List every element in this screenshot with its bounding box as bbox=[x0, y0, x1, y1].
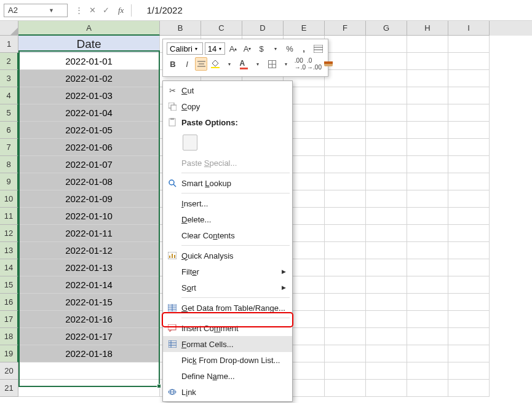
border-icon[interactable] bbox=[266, 57, 278, 71]
col-header-F[interactable]: F bbox=[325, 21, 366, 36]
menu-clear-contents[interactable]: Clear Contents bbox=[163, 227, 292, 243]
row-header[interactable]: 5 bbox=[0, 104, 18, 122]
cell[interactable]: 2022-01-18 bbox=[18, 345, 160, 362]
menu-pick-list[interactable]: Pick From Drop-down List... bbox=[163, 352, 292, 368]
col-header-C[interactable]: C bbox=[201, 21, 242, 36]
cell[interactable]: 2022-01-11 bbox=[18, 225, 160, 242]
cell[interactable]: 2022-01-05 bbox=[18, 122, 160, 139]
cell[interactable]: 2022-01-15 bbox=[18, 294, 160, 311]
cell[interactable] bbox=[366, 36, 407, 53]
cell[interactable] bbox=[448, 36, 490, 53]
fill-color-icon[interactable] bbox=[209, 57, 221, 71]
cell[interactable]: 2022-01-12 bbox=[18, 242, 160, 259]
cell[interactable]: 2022-01-06 bbox=[18, 139, 160, 156]
increase-decimal-icon[interactable]: .00→.0 bbox=[294, 57, 306, 71]
row-header[interactable]: 14 bbox=[0, 259, 18, 276]
menu-copy[interactable]: Copy bbox=[163, 98, 292, 114]
menu-link[interactable]: Link bbox=[163, 384, 292, 400]
menu-insert-comment[interactable]: Insert Comment bbox=[163, 320, 292, 336]
cell[interactable] bbox=[448, 53, 490, 70]
menu-sort[interactable]: Sort ▶ bbox=[163, 280, 292, 295]
font-name-select[interactable]: Calibri▾ bbox=[167, 42, 203, 55]
cell[interactable]: 2022-01-14 bbox=[18, 276, 160, 294]
col-header-A[interactable]: A bbox=[18, 21, 160, 36]
row-header[interactable]: 15 bbox=[0, 276, 18, 294]
name-box[interactable]: A2 ▼ bbox=[4, 4, 68, 17]
font-color-icon[interactable]: A bbox=[237, 57, 250, 71]
row-header[interactable]: 11 bbox=[0, 208, 18, 225]
menu-define-name[interactable]: Define Name... bbox=[163, 368, 292, 384]
italic-icon[interactable]: I bbox=[181, 57, 193, 71]
align-center-icon[interactable] bbox=[195, 57, 207, 71]
row-header[interactable]: 6 bbox=[0, 122, 18, 139]
increase-font-icon[interactable]: A▴ bbox=[227, 42, 239, 55]
row-header[interactable]: 12 bbox=[0, 225, 18, 242]
formula-input[interactable]: 1/1/2022 bbox=[134, 5, 194, 15]
paste-icon[interactable] bbox=[183, 135, 197, 151]
row-header[interactable]: 16 bbox=[0, 294, 18, 311]
row-header[interactable]: 13 bbox=[0, 242, 18, 259]
col-header-I[interactable]: I bbox=[448, 21, 490, 36]
cell[interactable]: 2022-01-03 bbox=[18, 87, 160, 104]
cell[interactable]: 2022-01-09 bbox=[18, 190, 160, 208]
dropdown-icon[interactable]: ▾ bbox=[269, 42, 282, 55]
cell[interactable]: 2022-01-02 bbox=[18, 70, 160, 87]
dropdown-icon[interactable]: ▾ bbox=[280, 57, 292, 71]
menu-quick-analysis[interactable]: Quick Analysis bbox=[163, 248, 292, 264]
cell[interactable] bbox=[366, 53, 407, 70]
dropdown-icon[interactable]: ▾ bbox=[223, 57, 236, 71]
percent-icon[interactable]: % bbox=[284, 42, 296, 55]
row-header[interactable]: 17 bbox=[0, 311, 18, 328]
menu-filter[interactable]: Filter ▶ bbox=[163, 264, 292, 280]
font-size-select[interactable]: 14▾ bbox=[205, 42, 225, 55]
col-header-H[interactable]: H bbox=[407, 21, 448, 36]
cell[interactable]: 2022-01-13 bbox=[18, 259, 160, 276]
cell[interactable] bbox=[407, 53, 448, 70]
row-header[interactable]: 19 bbox=[0, 345, 18, 362]
col-header-E[interactable]: E bbox=[284, 21, 325, 36]
cell[interactable]: 2022-01-10 bbox=[18, 208, 160, 225]
menu-paste-options[interactable]: Paste Options: bbox=[163, 114, 292, 130]
menu-smart-lookup[interactable]: Smart Lookup bbox=[163, 175, 292, 191]
row-header[interactable]: 10 bbox=[0, 190, 18, 208]
cell[interactable] bbox=[407, 36, 448, 53]
cell[interactable]: 2022-01-04 bbox=[18, 104, 160, 122]
format-painter-icon[interactable] bbox=[322, 57, 335, 71]
row-header[interactable]: 1 bbox=[0, 36, 18, 53]
cancel-icon[interactable]: ✕ bbox=[86, 4, 98, 17]
row-header[interactable]: 3 bbox=[0, 70, 18, 87]
comma-icon[interactable]: , bbox=[298, 42, 310, 55]
col-header-D[interactable]: D bbox=[242, 21, 284, 36]
menu-delete[interactable]: Delete... bbox=[163, 211, 292, 227]
menu-cut[interactable]: ✂ Cut bbox=[163, 82, 292, 98]
chevron-down-icon[interactable]: ▼ bbox=[36, 7, 67, 14]
cell[interactable] bbox=[18, 380, 160, 397]
cell[interactable] bbox=[325, 36, 366, 53]
cell-A1[interactable]: Date bbox=[18, 36, 160, 53]
row-header[interactable]: 8 bbox=[0, 156, 18, 173]
row-header[interactable]: 2 bbox=[0, 53, 18, 70]
dropdown-icon[interactable]: ▾ bbox=[252, 57, 264, 71]
enter-icon[interactable]: ✓ bbox=[100, 4, 112, 17]
cell-A2[interactable]: 2022-01-01 bbox=[18, 53, 160, 70]
cell[interactable]: 2022-01-16 bbox=[18, 311, 160, 328]
row-header[interactable]: 21 bbox=[0, 380, 18, 397]
cell[interactable] bbox=[18, 362, 160, 380]
currency-icon[interactable]: $ bbox=[255, 42, 268, 55]
select-all-corner[interactable] bbox=[0, 21, 18, 36]
fx-icon[interactable]: fx bbox=[113, 6, 129, 15]
row-header[interactable]: 20 bbox=[0, 362, 18, 380]
cell[interactable]: 2022-01-07 bbox=[18, 156, 160, 173]
row-header[interactable]: 18 bbox=[0, 328, 18, 345]
bold-icon[interactable]: B bbox=[167, 57, 179, 71]
row-header[interactable]: 4 bbox=[0, 87, 18, 104]
menu-insert[interactable]: Insert... bbox=[163, 195, 292, 211]
cell[interactable]: 2022-01-17 bbox=[18, 328, 160, 345]
decrease-decimal-icon[interactable]: .0→.00 bbox=[308, 57, 320, 71]
cell[interactable]: 2022-01-08 bbox=[18, 173, 160, 190]
conditional-format-icon[interactable] bbox=[312, 42, 324, 55]
row-header[interactable]: 9 bbox=[0, 173, 18, 190]
row-header[interactable]: 7 bbox=[0, 139, 18, 156]
col-header-G[interactable]: G bbox=[366, 21, 407, 36]
decrease-font-icon[interactable]: A▾ bbox=[241, 42, 253, 55]
